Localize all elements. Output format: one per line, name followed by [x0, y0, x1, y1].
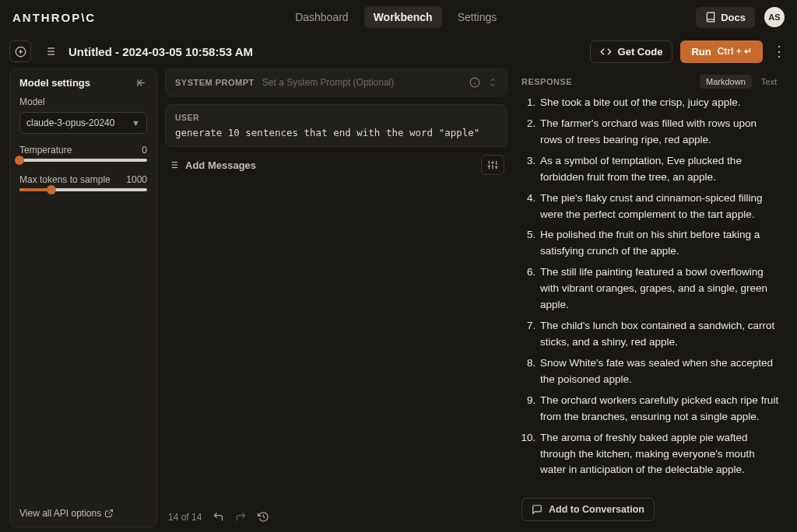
docs-button[interactable]: Docs — [696, 7, 755, 28]
model-label: Model — [19, 96, 147, 107]
redo-icon[interactable] — [235, 511, 247, 523]
add-messages-button[interactable]: Add Messages — [168, 159, 256, 171]
info-icon[interactable] — [469, 77, 480, 88]
brand-logo: ANTHROP\C — [12, 11, 96, 24]
get-code-button[interactable]: Get Code — [590, 40, 673, 63]
response-label: RESPONSE — [521, 77, 572, 86]
undo-icon[interactable] — [212, 511, 224, 523]
response-item: The orchard workers carefully picked eac… — [539, 393, 781, 425]
add-messages-icon — [168, 159, 179, 170]
temperature-value: 0 — [142, 145, 147, 156]
add-to-conversation-button[interactable]: Add to Conversation — [521, 498, 655, 521]
view-api-options-link[interactable]: View all API options — [19, 508, 147, 519]
view-text-tab[interactable]: Text — [755, 75, 783, 89]
api-link-label: View all API options — [19, 508, 101, 519]
list-button[interactable] — [39, 40, 61, 62]
add-messages-label: Add Messages — [185, 159, 256, 171]
nav-settings[interactable]: Settings — [448, 6, 507, 28]
user-label: USER — [175, 113, 497, 122]
response-item: As a symbol of temptation, Eve plucked t… — [539, 153, 781, 186]
run-button[interactable]: Run Ctrl + ↵ — [680, 40, 763, 63]
docs-label: Docs — [721, 12, 746, 23]
new-button[interactable] — [9, 40, 31, 62]
run-shortcut: Ctrl + ↵ — [718, 46, 752, 57]
external-link-icon — [104, 509, 114, 518]
avatar[interactable]: AS — [764, 7, 785, 27]
book-icon — [705, 12, 716, 23]
document-title[interactable]: Untitled - 2024-03-05 10:58:53 AM — [68, 45, 253, 58]
chevron-down-icon: ▼ — [132, 118, 140, 128]
system-prompt-card[interactable]: SYSTEM PROMPT Set a System Prompt (Optio… — [165, 68, 507, 96]
response-item: The still life painting featured a bowl … — [539, 264, 781, 313]
response-item: The child's lunch box contained a sandwi… — [539, 318, 781, 351]
collapse-panel-icon[interactable] — [135, 77, 147, 89]
response-item: He polished the fruit on his shirt befor… — [539, 227, 781, 260]
response-item: The pie's flaky crust and cinnamon-spice… — [539, 191, 781, 223]
get-code-label: Get Code — [618, 46, 663, 58]
temperature-label: Temperature — [19, 145, 72, 156]
chat-icon — [532, 504, 542, 515]
response-item: The farmer's orchard was filled with row… — [539, 116, 781, 149]
model-settings-panel: Model settings Model claude-3-opus-20240… — [9, 68, 157, 527]
expand-icon[interactable] — [488, 77, 497, 88]
history-icon[interactable] — [258, 511, 269, 523]
view-markdown-tab[interactable]: Markdown — [700, 75, 752, 89]
model-select[interactable]: claude-3-opus-20240 ▼ — [19, 112, 147, 134]
model-value: claude-3-opus-20240 — [26, 117, 114, 128]
message-counter: 14 of 14 — [168, 512, 202, 523]
user-text: generate 10 sentences that end with the … — [175, 127, 497, 138]
response-body: She took a bite out of the crisp, juicy … — [515, 95, 788, 492]
more-menu[interactable]: ⋮ — [771, 43, 788, 60]
response-item: She took a bite out of the crisp, juicy … — [539, 95, 781, 111]
nav-dashboard[interactable]: Dashboard — [286, 6, 358, 28]
max-tokens-value: 1000 — [126, 174, 147, 185]
adjust-button[interactable] — [481, 155, 504, 175]
response-item: The aroma of freshly baked apple pie waf… — [539, 430, 781, 479]
svg-line-11 — [108, 510, 113, 515]
system-prompt-placeholder: Set a System Prompt (Optional) — [262, 77, 462, 88]
response-item: Snow White's fate was sealed when she ac… — [539, 355, 781, 388]
run-label: Run — [691, 46, 711, 58]
system-prompt-label: SYSTEM PROMPT — [175, 78, 255, 87]
max-tokens-label: Max tokens to sample — [19, 174, 111, 185]
user-message-card[interactable]: USER generate 10 sentences that end with… — [165, 104, 507, 147]
settings-title: Model settings — [19, 77, 90, 89]
add-to-conversation-label: Add to Conversation — [549, 504, 644, 515]
max-tokens-slider[interactable] — [19, 188, 147, 191]
code-icon — [600, 46, 612, 58]
temperature-slider[interactable] — [19, 159, 147, 162]
nav-workbench[interactable]: Workbench — [364, 6, 442, 28]
